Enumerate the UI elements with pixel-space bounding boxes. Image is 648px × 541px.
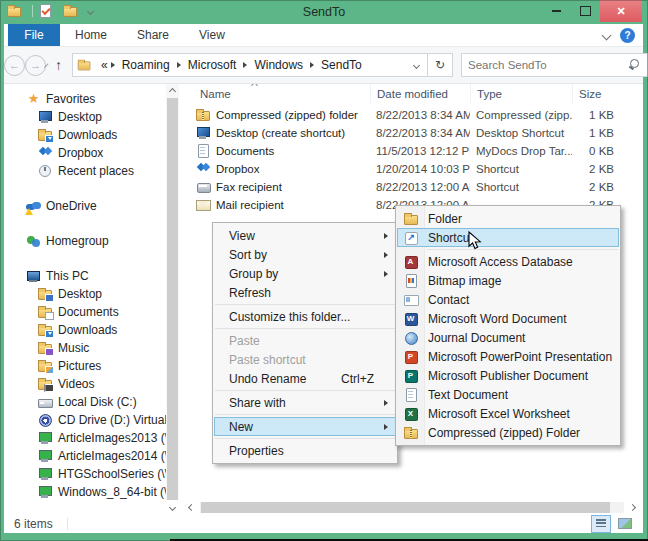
- maximize-button[interactable]: [571, 1, 600, 21]
- sidebar-item-pc-downloads[interactable]: Downloads: [4, 321, 166, 339]
- back-button[interactable]: ←: [4, 55, 25, 76]
- horizontal-scrollbar[interactable]: [200, 502, 624, 513]
- column-header-type[interactable]: Type: [470, 84, 572, 103]
- sidebar-item-pc-music[interactable]: Music: [4, 339, 166, 357]
- network-drive-icon: [38, 485, 53, 499]
- file-name: Compressed (zipped) folder: [216, 109, 358, 121]
- sidebar-item-pc-videos[interactable]: Videos: [4, 375, 166, 393]
- refresh-icon: ↻: [435, 58, 445, 72]
- submenu-item-bitmap-image[interactable]: Bitmap image: [397, 271, 619, 290]
- tab-view[interactable]: View: [184, 24, 240, 46]
- file-row-compressed-folder[interactable]: Compressed (zipped) folder 8/22/2013 8:3…: [180, 106, 643, 124]
- submenu-item-folder[interactable]: Folder: [397, 209, 619, 228]
- large-icons-view-button[interactable]: [615, 515, 635, 533]
- close-button[interactable]: ✕: [600, 0, 642, 22]
- scrollbar-thumb[interactable]: [167, 98, 178, 500]
- sidebar-item-articleimages2014[interactable]: ArticleImages2014 (\\vb: [4, 447, 166, 465]
- minimize-icon: [552, 10, 561, 12]
- sidebar-item-htgschoolseries[interactable]: HTGSchoolSeries (\\vbo: [4, 465, 166, 483]
- sidebar-item-onedrive[interactable]: OneDrive: [4, 197, 166, 215]
- file-row-documents[interactable]: Documents 11/5/2013 12:12 PM MyDocs Drop…: [180, 142, 643, 160]
- menu-item-undo-rename[interactable]: Undo RenameCtrl+Z: [214, 369, 396, 388]
- sidebar-item-desktop[interactable]: Desktop: [4, 108, 166, 126]
- submenu-item-powerpoint-presentation[interactable]: Microsoft PowerPoint Presentation: [397, 347, 619, 366]
- sidebar-scrollbar[interactable]: [166, 84, 179, 500]
- file-row-dropbox[interactable]: Dropbox 1/20/2014 10:03 PM Shortcut 2 KB: [180, 160, 643, 178]
- menu-item-share-with[interactable]: Share with: [214, 393, 396, 412]
- sidebar-item-dropbox[interactable]: Dropbox: [4, 144, 166, 162]
- submenu-arrow-icon: [384, 271, 388, 277]
- refresh-button[interactable]: ↻: [428, 53, 453, 77]
- sidebar-item-label: HTGSchoolSeries (\\vbo: [58, 467, 166, 481]
- file-row-desktop-shortcut[interactable]: Desktop (create shortcut) 8/22/2013 8:34…: [180, 124, 643, 142]
- address-dropdown-chevron-icon[interactable]: [413, 61, 420, 68]
- sidebar-item-label: Local Disk (C:): [58, 395, 137, 409]
- address-bar[interactable]: « Roaming Microsoft Windows SendTo: [72, 53, 428, 77]
- menu-item-new[interactable]: New: [214, 417, 396, 436]
- submenu-item-shortcut[interactable]: Shortcut: [397, 228, 619, 247]
- desktop-icon: [38, 110, 53, 124]
- up-button[interactable]: ↑: [55, 57, 62, 73]
- submenu-arrow-icon: [384, 400, 388, 406]
- ribbon-collapse-chevron-icon[interactable]: [602, 30, 612, 40]
- menu-item-sort-by[interactable]: Sort by: [214, 245, 396, 264]
- onedrive-icon: [26, 199, 41, 213]
- sidebar-item-downloads[interactable]: Downloads: [4, 126, 166, 144]
- window-controls: ✕: [542, 0, 642, 22]
- column-header-date-modified[interactable]: Date modified: [370, 84, 470, 103]
- sidebar-scroll-down-button[interactable]: [166, 505, 179, 510]
- forward-button[interactable]: →: [25, 55, 46, 76]
- submenu-item-text-document[interactable]: Text Document: [397, 385, 619, 404]
- sidebar-item-label: Homegroup: [46, 234, 109, 248]
- minimize-button[interactable]: [542, 1, 571, 21]
- breadcrumb-roaming[interactable]: Roaming: [118, 58, 174, 72]
- help-icon[interactable]: [620, 28, 635, 43]
- menu-item-view[interactable]: View: [214, 226, 396, 245]
- menu-item-group-by[interactable]: Group by: [214, 264, 396, 283]
- sidebar-item-articleimages2013[interactable]: ArticleImages2013 (\\vb: [4, 429, 166, 447]
- submenu-item-contact[interactable]: Contact: [397, 290, 619, 309]
- sidebar-item-pc-desktop[interactable]: Desktop: [4, 285, 166, 303]
- sidebar-item-cd-drive-d[interactable]: CD Drive (D:) VirtualBox: [4, 411, 166, 429]
- file-type: Shortcut: [470, 163, 572, 175]
- view-toggle-buttons: [591, 515, 635, 533]
- sidebar-item-pc-documents[interactable]: Documents: [4, 303, 166, 321]
- search-input[interactable]: [462, 59, 628, 71]
- zip-folder-icon: [404, 426, 419, 440]
- details-view-button[interactable]: [591, 515, 611, 533]
- sidebar-item-this-pc[interactable]: This PC: [4, 267, 166, 285]
- file-row-fax-recipient[interactable]: Fax recipient 8/22/2013 12:00 AM Shortcu…: [180, 178, 643, 196]
- hscroll-right-button[interactable]: [630, 505, 635, 510]
- sidebar-item-windows8-64bit[interactable]: Windows_8_64-bit (\\vb: [4, 483, 166, 500]
- breadcrumb-windows[interactable]: Windows: [250, 58, 307, 72]
- search-icon[interactable]: [628, 58, 642, 72]
- submenu-item-publisher-document[interactable]: Microsoft Publisher Document: [397, 366, 619, 385]
- breadcrumb-microsoft[interactable]: Microsoft: [184, 58, 241, 72]
- submenu-item-excel-worksheet[interactable]: Microsoft Excel Worksheet: [397, 404, 619, 423]
- tab-home[interactable]: Home: [60, 24, 122, 46]
- submenu-item-journal-document[interactable]: Journal Document: [397, 328, 619, 347]
- tab-file[interactable]: File: [8, 24, 60, 46]
- scroll-up-icon[interactable]: [169, 88, 176, 95]
- hscroll-left-button[interactable]: [189, 505, 194, 510]
- breadcrumb-sendto[interactable]: SendTo: [317, 58, 366, 72]
- submenu-item-compressed-folder[interactable]: Compressed (zipped) Folder: [397, 423, 619, 442]
- sidebar-item-pc-pictures[interactable]: Pictures: [4, 357, 166, 375]
- hscrollbar-thumb[interactable]: [201, 502, 610, 513]
- menu-item-properties[interactable]: Properties: [214, 441, 396, 460]
- sidebar-item-recent-places[interactable]: Recent places: [4, 162, 166, 180]
- column-header-size[interactable]: Size: [572, 84, 618, 103]
- file-date: 1/20/2014 10:03 PM: [370, 163, 470, 175]
- submenu-item-word-document[interactable]: Microsoft Word Document: [397, 309, 619, 328]
- menu-item-refresh[interactable]: Refresh: [214, 283, 396, 302]
- breadcrumb-overflow[interactable]: «: [101, 58, 108, 72]
- submenu-item-access-database[interactable]: Microsoft Access Database: [397, 252, 619, 271]
- sidebar-item-homegroup[interactable]: Homegroup: [4, 232, 166, 250]
- sidebar-item-label: ArticleImages2014 (\\vb: [58, 449, 166, 463]
- sidebar-item-label: Downloads: [58, 323, 117, 337]
- column-header-name[interactable]: Name: [196, 84, 370, 103]
- menu-item-customize-this-folder[interactable]: Customize this folder...: [214, 307, 396, 326]
- sidebar-item-local-disk-c[interactable]: Local Disk (C:): [4, 393, 166, 411]
- tab-share[interactable]: Share: [122, 24, 184, 46]
- sidebar-item-favorites[interactable]: ★Favorites: [4, 90, 166, 108]
